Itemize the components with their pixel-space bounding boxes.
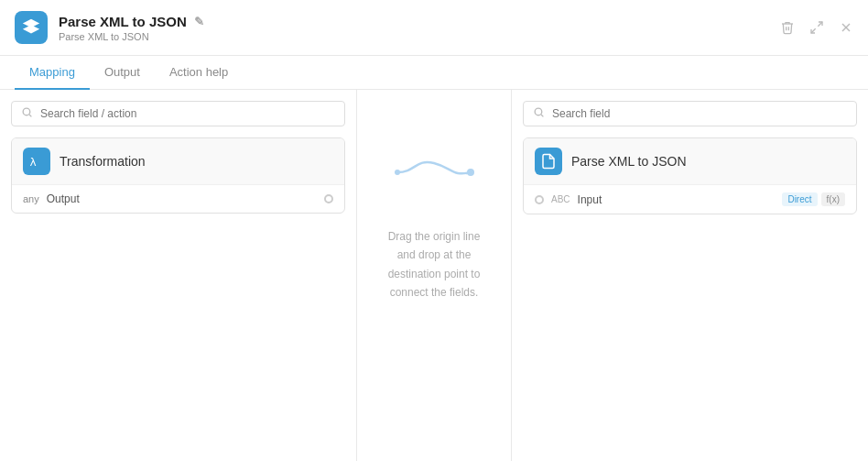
title-actions: [780, 20, 853, 35]
direct-badge[interactable]: Direct: [782, 192, 817, 206]
fn-badge[interactable]: f(x): [821, 192, 845, 206]
svg-text:λ: λ: [30, 156, 37, 169]
tab-action-help[interactable]: Action help: [155, 56, 243, 90]
window-subtitle: Parse XML to JSON: [59, 31, 204, 42]
connector-svg: [388, 145, 480, 200]
svg-line-0: [818, 22, 822, 27]
delete-button[interactable]: [780, 20, 795, 35]
left-group-name: Transformation: [60, 154, 146, 169]
window-title: Parse XML to JSON: [59, 14, 187, 29]
right-field-name: Input: [578, 193, 783, 206]
tab-output[interactable]: Output: [90, 56, 155, 90]
right-field-input: ABC Input Direct f(x): [524, 184, 856, 214]
svg-point-9: [535, 108, 542, 115]
right-field-group: Parse XML to JSON ABC Input Direct f(x): [523, 137, 857, 214]
title-bar: Parse XML to JSON ✎ Parse XML to JSON: [0, 0, 868, 56]
right-search-icon: [533, 106, 545, 121]
svg-line-1: [811, 28, 816, 33]
tab-mapping[interactable]: Mapping: [15, 56, 90, 90]
drag-hint: Drag the origin line and drop at the des…: [379, 227, 489, 302]
right-search-box[interactable]: [523, 101, 857, 126]
right-field-type: ABC: [551, 194, 570, 204]
close-button[interactable]: [839, 20, 853, 35]
right-search-input[interactable]: [552, 107, 847, 120]
right-panel: Parse XML to JSON ABC Input Direct f(x): [511, 90, 868, 461]
svg-point-7: [467, 169, 474, 176]
right-group-name: Parse XML to JSON: [571, 154, 687, 169]
edit-icon[interactable]: ✎: [194, 15, 204, 28]
svg-point-8: [395, 170, 400, 175]
left-search-input[interactable]: [40, 107, 335, 120]
transformation-icon: λ: [23, 148, 50, 175]
title-text: Parse XML to JSON ✎ Parse XML to JSON: [59, 14, 204, 42]
left-group-header: λ Transformation: [12, 138, 344, 184]
right-group-header: Parse XML to JSON: [524, 138, 856, 184]
app-icon: [15, 11, 48, 44]
left-field-type: any: [23, 193, 39, 204]
expand-button[interactable]: [809, 20, 824, 35]
left-panel: λ Transformation any Output: [0, 90, 357, 461]
svg-line-10: [541, 115, 543, 116]
svg-line-5: [29, 115, 31, 116]
right-field-connector[interactable]: [535, 195, 544, 204]
left-field-name: Output: [47, 192, 324, 205]
main-content: λ Transformation any Output Drag the ori…: [0, 90, 868, 461]
tabs-bar: Mapping Output Action help: [0, 56, 868, 90]
parse-icon: [535, 148, 562, 175]
middle-area: Drag the origin line and drop at the des…: [357, 90, 511, 461]
left-field-group: λ Transformation any Output: [11, 137, 345, 214]
left-search-icon: [21, 106, 33, 121]
svg-point-4: [23, 108, 30, 115]
left-search-box[interactable]: [11, 101, 345, 126]
left-field-connector[interactable]: [324, 194, 333, 203]
left-field-output: any Output: [12, 184, 344, 213]
